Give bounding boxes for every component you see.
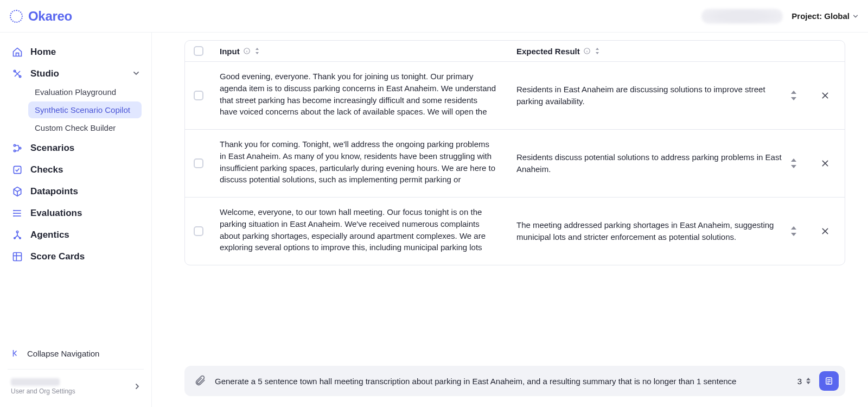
input-cell[interactable]: Good evening, everyone. Thank you for jo…	[220, 71, 501, 120]
expected-cell[interactable]: Residents discuss potential solutions to…	[516, 151, 786, 175]
nav-scorecards-label: Score Cards	[30, 251, 85, 262]
expected-cell[interactable]: The meeting addressed parking shortages …	[516, 219, 786, 243]
delete-row-button[interactable]	[817, 155, 833, 171]
project-label: Project: Global	[792, 11, 850, 21]
prompt-bar: Generate a 5 sentence town hall meeting …	[184, 366, 845, 396]
scenarios-icon	[12, 143, 23, 154]
expected-cell[interactable]: Residents in East Anaheim are discussing…	[516, 84, 786, 107]
svg-point-10	[14, 238, 16, 239]
svg-point-8	[14, 216, 14, 217]
nav-scenarios[interactable]: Scenarios	[7, 138, 145, 158]
nav-agentics-label: Agentics	[30, 230, 69, 240]
svg-rect-12	[14, 253, 22, 261]
svg-point-2	[14, 144, 15, 146]
col-input-label: Input	[220, 47, 240, 56]
table-header: Input Expected Result	[185, 41, 845, 62]
nav-agentics[interactable]: Agentics	[7, 225, 145, 245]
svg-rect-5	[14, 166, 21, 173]
project-selector[interactable]: Project: Global	[792, 11, 858, 21]
nav-home-label: Home	[30, 47, 56, 58]
nav-checks-label: Checks	[30, 164, 63, 175]
main-content: Input Expected Result	[152, 33, 868, 407]
nav-checks[interactable]: Checks	[7, 160, 145, 180]
input-cell[interactable]: Thank you for coming. Tonight, we'll add…	[220, 138, 501, 188]
chevron-down-icon	[133, 68, 139, 79]
nav-home[interactable]: Home	[7, 42, 145, 62]
app-header: Okareo Project: Global	[0, 0, 868, 33]
user-name	[11, 378, 60, 386]
delete-row-button[interactable]	[817, 223, 833, 239]
chevron-right-icon	[134, 382, 141, 391]
row-checkbox[interactable]	[194, 91, 203, 100]
divider	[8, 369, 144, 370]
nav-scenarios-label: Scenarios	[30, 143, 74, 154]
table-row: Good evening, everyone. Thank you for jo…	[185, 62, 845, 130]
nav-studio-synthetic-copilot[interactable]: Synthetic Scenario Copilot	[28, 101, 142, 118]
collapse-navigation[interactable]: Collapse Navigation	[7, 343, 145, 364]
nav-evaluations[interactable]: Evaluations	[7, 204, 145, 223]
info-icon	[583, 47, 591, 55]
row-stepper[interactable]	[789, 226, 798, 236]
generate-button[interactable]	[819, 371, 839, 391]
nav-studio-eval-playground[interactable]: Evaluation Playground	[28, 84, 142, 100]
row-stepper[interactable]	[789, 91, 798, 100]
svg-point-3	[14, 150, 15, 151]
prompt-input[interactable]: Generate a 5 sentence town hall meeting …	[215, 377, 789, 386]
nav-studio-check-builder[interactable]: Custom Check Builder	[28, 119, 142, 136]
user-settings-label: User and Org Settings	[11, 387, 75, 395]
nav-studio[interactable]: Studio	[7, 64, 145, 84]
collapse-label: Collapse Navigation	[27, 349, 99, 358]
user-settings-trigger[interactable]: User and Org Settings	[7, 375, 145, 398]
sort-icon[interactable]	[254, 47, 260, 55]
attachment-icon[interactable]	[194, 374, 206, 388]
home-icon	[12, 47, 23, 58]
row-checkbox[interactable]	[194, 226, 203, 236]
input-cell[interactable]: Welcome, everyone, to our town hall meet…	[220, 206, 501, 256]
brand-logo-icon	[10, 10, 23, 23]
prompt-area: Generate a 5 sentence town hall meeting …	[184, 355, 845, 396]
brand[interactable]: Okareo	[10, 9, 72, 24]
row-checkbox[interactable]	[194, 158, 203, 168]
col-expected[interactable]: Expected Result	[509, 47, 806, 56]
table-row: Welcome, everyone, to our town hall meet…	[185, 198, 845, 265]
sidebar: Home Studio Evaluation Playground Synthe…	[0, 33, 152, 407]
nav-studio-label: Studio	[30, 68, 59, 79]
count-value: 3	[797, 377, 802, 386]
svg-point-6	[14, 211, 14, 211]
svg-point-11	[20, 238, 21, 239]
delete-row-button[interactable]	[817, 87, 833, 104]
count-stepper[interactable]	[806, 378, 810, 384]
scenario-table: Input Expected Result	[184, 40, 845, 265]
datapoints-icon	[12, 186, 23, 197]
col-input[interactable]: Input	[212, 47, 509, 56]
checks-icon	[12, 164, 23, 175]
agentics-icon	[12, 230, 23, 240]
studio-icon	[12, 68, 23, 79]
generation-count[interactable]: 3	[797, 377, 810, 386]
row-stepper[interactable]	[789, 158, 798, 168]
org-switcher[interactable]	[701, 9, 783, 24]
nav-evaluations-label: Evaluations	[30, 208, 82, 219]
info-icon	[243, 47, 251, 55]
svg-point-7	[14, 213, 14, 214]
nav-datapoints[interactable]: Datapoints	[7, 182, 145, 201]
select-all-checkbox[interactable]	[194, 46, 203, 56]
brand-name: Okareo	[28, 9, 72, 24]
nav-datapoints-label: Datapoints	[30, 186, 78, 197]
sort-icon[interactable]	[594, 47, 601, 55]
scorecards-icon	[12, 251, 23, 262]
svg-point-9	[16, 231, 18, 233]
evaluations-icon	[12, 208, 23, 219]
col-expected-label: Expected Result	[516, 47, 580, 56]
chevron-down-icon	[853, 14, 858, 19]
collapse-icon	[11, 348, 21, 358]
nav-scorecards[interactable]: Score Cards	[7, 247, 145, 266]
table-row: Thank you for coming. Tonight, we'll add…	[185, 130, 845, 198]
